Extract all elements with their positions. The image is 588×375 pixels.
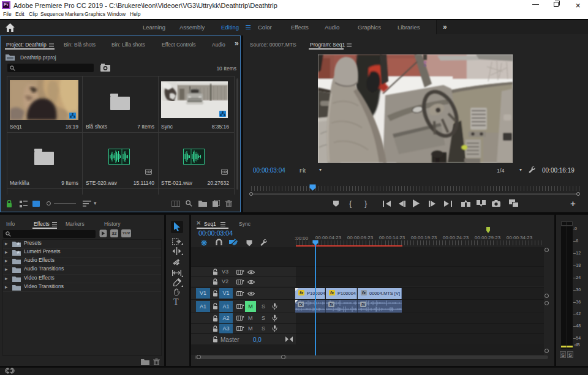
- svg-text:fx: fx: [361, 302, 366, 306]
- svg-text:fx: fx: [330, 302, 334, 306]
- svg-text:fx: fx: [299, 302, 303, 306]
